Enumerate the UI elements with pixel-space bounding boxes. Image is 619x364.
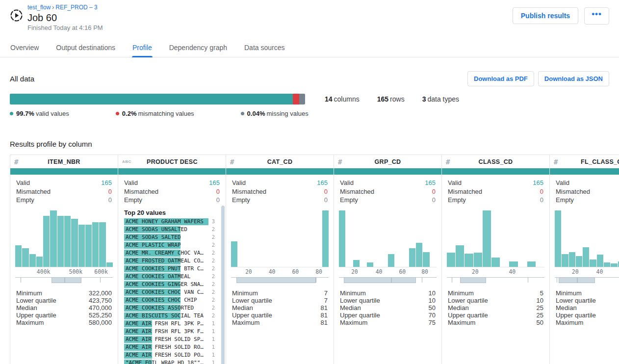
top-value-row[interactable]: ACME BISCUITS SOCIAL TEA2: [124, 312, 215, 320]
top-value-row[interactable]: "ACME FOIL WRAP HD 18""…1: [124, 359, 215, 364]
histogram-bar[interactable]: [423, 252, 429, 267]
top-value-row[interactable]: ACME COOKIES OATMEAL2: [124, 273, 215, 281]
top-value-row[interactable]: ACME MR. CREAMY CHOC VA…2: [124, 249, 215, 257]
histogram-bar[interactable]: [447, 253, 455, 267]
top-value-row[interactable]: ACME SODAS SALTED2: [124, 234, 215, 241]
column-valid-bar: [118, 168, 226, 175]
histogram-bar[interactable]: [22, 248, 28, 267]
histogram-bar[interactable]: [456, 245, 464, 267]
column-stats: Minimum322,000Lower quartile423,750Media…: [16, 289, 112, 326]
tab-dependency-graph[interactable]: Dependency graph: [169, 39, 228, 57]
histogram-bar[interactable]: [597, 255, 603, 266]
histogram-bar[interactable]: [57, 216, 64, 267]
histogram-bar[interactable]: [15, 245, 22, 267]
breadcrumb-separator: ›: [52, 4, 54, 11]
histogram-bar[interactable]: [36, 257, 43, 267]
numeric-type-icon: #: [230, 158, 239, 166]
slider-quartile-box[interactable]: [65, 277, 81, 283]
histogram-bar[interactable]: [464, 254, 473, 266]
breadcrumb-node-link[interactable]: REF_PROD – 3: [55, 4, 97, 11]
top-value-row[interactable]: ACME AIR FRESH SOLID SP…1: [124, 336, 215, 343]
histogram-bar[interactable]: [92, 222, 99, 267]
histogram-bar[interactable]: [367, 262, 373, 266]
histogram-bar[interactable]: [99, 222, 105, 267]
stat-value: 70: [429, 312, 436, 319]
histogram-bar[interactable]: [71, 219, 77, 267]
histogram-bar[interactable]: [388, 254, 394, 266]
histogram-bar[interactable]: [78, 225, 85, 266]
histogram-bar[interactable]: [231, 241, 237, 267]
download-json-button[interactable]: Download as JSON: [538, 71, 609, 86]
histogram-bar[interactable]: [583, 247, 589, 266]
top-values-scrollbar[interactable]: [221, 206, 225, 364]
histogram-bar[interactable]: [64, 216, 71, 267]
column-histogram: [447, 210, 544, 267]
histogram-bar[interactable]: [604, 262, 610, 266]
top-value-row[interactable]: ACME FROSTED OATMEAL CO…2: [124, 257, 215, 265]
histogram-bar[interactable]: [85, 225, 92, 266]
range-slider[interactable]: [231, 277, 329, 284]
stat-value: 50: [537, 319, 543, 326]
range-slider[interactable]: [339, 277, 437, 284]
top-value-row[interactable]: ACME COOKIES CHOC CHIP2: [124, 296, 215, 304]
top-value-row[interactable]: ACME AIR FRESH SOLID PO…1: [124, 351, 215, 359]
histogram-bar[interactable]: [509, 261, 517, 266]
count-row: Mismatched0: [16, 187, 112, 196]
histogram-bar[interactable]: [555, 210, 561, 267]
tab-profile[interactable]: Profile: [132, 39, 153, 57]
histogram-bar[interactable]: [527, 261, 536, 266]
slider-quartile-box[interactable]: [52, 277, 65, 283]
histogram-bar[interactable]: [106, 262, 113, 266]
data-quality-bar: [10, 94, 305, 104]
slider-quartile-box[interactable]: [559, 277, 577, 283]
tab-output-destinations[interactable]: Output destinations: [55, 39, 116, 57]
histogram-bar[interactable]: [50, 210, 56, 267]
top-value-row[interactable]: ACME COOKIES GINGER SNA…2: [124, 281, 215, 288]
slider-quartile-box[interactable]: [344, 277, 392, 283]
histogram-bar[interactable]: [562, 254, 568, 266]
more-actions-button[interactable]: •••: [584, 7, 609, 25]
top-value-row[interactable]: ACME SODAS UNSALTED2: [124, 226, 215, 234]
legend-dot-icon: [116, 112, 119, 115]
slider-quartile-box[interactable]: [391, 277, 416, 283]
slider-quartile-box[interactable]: [460, 277, 486, 283]
histogram-bar[interactable]: [576, 256, 582, 267]
range-slider[interactable]: [447, 277, 544, 284]
histogram-bar[interactable]: [43, 216, 50, 267]
histogram-bar[interactable]: [491, 258, 500, 266]
histogram-bar[interactable]: [483, 210, 491, 267]
column-histogram: [339, 210, 437, 267]
histogram-bar[interactable]: [590, 260, 596, 267]
histogram-bar[interactable]: [569, 252, 575, 267]
top-value-row[interactable]: ACME COOKIES PNUT BTR C…2: [124, 265, 215, 273]
histogram-bar[interactable]: [322, 210, 329, 267]
column-histogram: [15, 210, 113, 267]
tab-overview[interactable]: Overview: [10, 39, 39, 57]
histogram-bar[interactable]: [353, 260, 360, 267]
histogram-bar[interactable]: [474, 253, 482, 267]
histogram-bar[interactable]: [409, 248, 415, 267]
histogram-bar[interactable]: [611, 263, 617, 267]
legend-label: valid values: [36, 110, 69, 117]
histogram-bar[interactable]: [29, 254, 36, 266]
publish-results-button[interactable]: Publish results: [513, 7, 578, 24]
tab-data-sources[interactable]: Data sources: [244, 39, 285, 57]
stat-label: Maximum: [556, 319, 583, 326]
slider-quartile-box[interactable]: [236, 277, 316, 283]
histogram-bar[interactable]: [339, 210, 345, 267]
top-value-row[interactable]: ACME HONEY GRAHAM WAFERS3: [124, 218, 215, 226]
top-value-row[interactable]: ACME AIR FRESH SOLID RO…1: [124, 343, 215, 351]
top-value-row[interactable]: ACME PLASTIC WRAP2: [124, 241, 215, 249]
slider-quartile-box[interactable]: [577, 277, 595, 283]
range-slider[interactable]: [15, 277, 113, 284]
breadcrumb-flow-link[interactable]: test_flow: [27, 4, 51, 11]
legend-item: 99.7%valid values: [10, 110, 69, 117]
top-value-row[interactable]: ACME AIR FRSH RFL 3PK F…1: [124, 328, 215, 336]
range-slider[interactable]: [555, 277, 619, 284]
top-value-row[interactable]: ACME AIR FRSH RFL 3PK P…1: [124, 320, 215, 328]
top-value-row[interactable]: ACME COOKIES CHOC VAN C…2: [124, 288, 215, 296]
count-row: Mismatched0: [232, 187, 328, 196]
download-pdf-button[interactable]: Download as PDF: [467, 71, 534, 86]
histogram-bar[interactable]: [416, 243, 422, 266]
top-value-row[interactable]: ACME COOKIES ASSORTED2: [124, 304, 215, 312]
